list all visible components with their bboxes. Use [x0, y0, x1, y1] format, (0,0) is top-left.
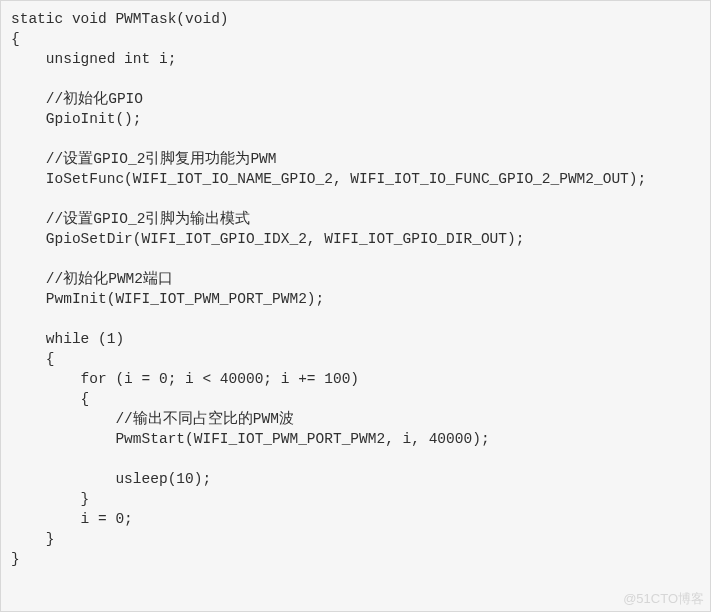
- code-block: static void PWMTask(void) { unsigned int…: [0, 0, 711, 612]
- code-content: static void PWMTask(void) { unsigned int…: [11, 11, 646, 567]
- watermark: @51CTO博客: [623, 590, 704, 608]
